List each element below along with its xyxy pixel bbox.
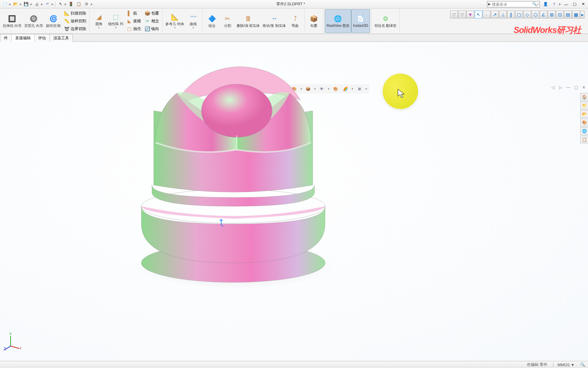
tab-feature[interactable]: 件	[0, 34, 12, 42]
doc-max[interactable]: ▢	[573, 85, 579, 90]
side-folder[interactable]: 📁	[580, 102, 588, 109]
qat-settings[interactable]: ⚙	[83, 1, 90, 8]
qat-open[interactable]: 📂	[12, 1, 19, 8]
extrude-cut-button[interactable]: 🔲拉伸切 向导	[1, 9, 23, 33]
hole-wizard-button[interactable]: 🔘异型孔 向导	[23, 9, 45, 33]
delete-body-button[interactable]: 🗑删除/保 留实体	[235, 9, 261, 33]
ref-geometry-button[interactable]: 📐参考几 何体▾	[164, 9, 186, 33]
fillet-button[interactable]: ◢圆角▾	[91, 9, 107, 33]
search-box[interactable]: ▶ 🔍 ▾	[487, 1, 540, 7]
window-title: 零件2.SLDPRT *	[94, 1, 487, 7]
status-bar: 在编辑 零件 MMGS ▼ 🔍	[0, 361, 588, 368]
doc-min[interactable]: —	[565, 85, 571, 90]
rq-filter1[interactable]: ▽	[450, 11, 458, 18]
shell-button[interactable]: ▢抽壳	[125, 25, 142, 33]
boundary-cut-button[interactable]: ➰边界切除	[63, 25, 87, 33]
svg-line-5	[11, 346, 19, 349]
draft-button[interactable]: ◣拔模	[125, 17, 142, 24]
qat-print[interactable]: 🖨	[33, 1, 40, 8]
tab-direct-edit[interactable]: 直接编辑	[11, 34, 35, 42]
rq-15[interactable]: ▤	[564, 11, 572, 18]
close-button[interactable]: ✕	[580, 1, 587, 8]
realview-button[interactable]: 🌐RealView 图形	[325, 9, 351, 33]
qat-rebuild[interactable]: 🚦	[67, 1, 75, 8]
rq-select[interactable]: ↖	[475, 11, 482, 18]
linear-pattern-button[interactable]: ⬚线性阵 列▾	[107, 9, 125, 33]
doc-next[interactable]: ▷	[558, 85, 563, 90]
combine-button[interactable]: 🔷组合	[204, 9, 220, 33]
minimize-button[interactable]: —	[563, 1, 570, 8]
svg-text:X: X	[20, 346, 21, 350]
maximize-button[interactable]: ▢	[571, 1, 578, 8]
curves-button[interactable]: 〰曲线▾	[186, 9, 201, 33]
tab-evaluate[interactable]: 评估	[34, 34, 50, 42]
status-edit: 在编辑 零件	[527, 362, 547, 367]
rq-5[interactable]: ·	[483, 11, 490, 18]
translate-macro-button[interactable]: ⚙特征名 翻译宏	[373, 9, 398, 33]
right-quick-toolbar: ▽ ▽ ▼ ↖ · ↗ ⊥ ∥ ▢ ◇ ⬡ ∠ ⊞ ⊡ ▤ ▦ ▸	[450, 11, 584, 18]
model-3d	[131, 58, 336, 305]
rq-14[interactable]: ⊡	[556, 11, 564, 18]
rq-8[interactable]: ∥	[507, 11, 515, 18]
rq-10[interactable]: ◇	[523, 11, 531, 18]
rq-filter3[interactable]: ▼	[466, 11, 474, 18]
origin-marker	[218, 219, 224, 229]
instant3d-button[interactable]: 📄Instant3D	[351, 9, 370, 33]
svg-point-2	[201, 84, 272, 137]
viewport[interactable]: 🔍 🔎 🔲 🎯 📐 🔷 📦 🎨 ▾ 📦 ▾ 👁 ▾ 🎨 🌈 ▾ 🖥 ▾ ◁ ▷ …	[0, 42, 588, 361]
wrap2-button[interactable]: 📦包覆	[306, 9, 322, 33]
side-custom[interactable]: 📋	[580, 136, 588, 143]
intersect-button[interactable]: ✂相交	[143, 17, 160, 24]
qat-save[interactable]: 💾	[23, 1, 30, 8]
loft-cut-button[interactable]: 📏放样切割	[63, 17, 87, 24]
highlight-cursor	[383, 74, 418, 109]
coord-triad: Y X Z	[4, 333, 21, 350]
qat-undo[interactable]: ↶	[44, 1, 51, 8]
rq-11[interactable]: ⬡	[531, 11, 539, 18]
rib-button[interactable]: ▌筋	[125, 10, 142, 17]
side-folder2[interactable]: 📂	[580, 110, 588, 118]
revolve-cut-button[interactable]: 🌀旋转切 除	[45, 9, 63, 33]
side-scene[interactable]: 🌐	[580, 127, 588, 135]
qat-new[interactable]: 📄	[1, 1, 8, 8]
rq-9[interactable]: ▢	[515, 11, 523, 18]
doc-close[interactable]: ✕	[581, 85, 587, 90]
side-appear[interactable]: 🎨	[580, 119, 588, 126]
flex-button[interactable]: ⤴弯曲	[287, 9, 303, 33]
rq-6[interactable]: ↗	[491, 11, 499, 18]
status-units[interactable]: MMGS ▼	[553, 363, 575, 367]
qat-options[interactable]: 📋	[75, 1, 82, 8]
rq-16[interactable]: ▦	[572, 11, 580, 18]
side-home[interactable]: 🏠	[580, 93, 588, 101]
search-input[interactable]	[492, 2, 532, 6]
rq-7[interactable]: ⊥	[499, 11, 507, 18]
mirror-button[interactable]: 🔃镜向	[143, 25, 160, 33]
tab-render[interactable]: 渲染工具	[49, 34, 73, 42]
view-screen[interactable]: 🖥	[355, 85, 363, 93]
wrap-button[interactable]: 📦包覆	[143, 10, 160, 17]
rq-more[interactable]: ▸	[580, 11, 584, 18]
status-zoom-icon[interactable]: 🔍	[580, 362, 585, 367]
svg-text:Y: Y	[9, 333, 12, 336]
rq-filter2[interactable]: ▽	[458, 11, 466, 18]
rq-13[interactable]: ⊞	[548, 11, 555, 18]
move-copy-button[interactable]: ↔移动/复 制实体	[261, 9, 287, 33]
split-button[interactable]: ✂分割	[220, 9, 235, 33]
svg-text:Z: Z	[4, 347, 6, 350]
watermark-text: SolidWorks研习社	[513, 24, 581, 36]
doc-prev[interactable]: ◁	[550, 85, 555, 90]
help-icon[interactable]: ?	[551, 1, 558, 8]
sweep-cut-button[interactable]: 📐扫描切除	[63, 10, 87, 17]
qat-select[interactable]: ↖	[57, 1, 64, 8]
user-icon[interactable]: 👤	[542, 1, 549, 8]
view-color2[interactable]: 🌈	[342, 85, 349, 93]
rq-12[interactable]: ∠	[540, 11, 547, 18]
